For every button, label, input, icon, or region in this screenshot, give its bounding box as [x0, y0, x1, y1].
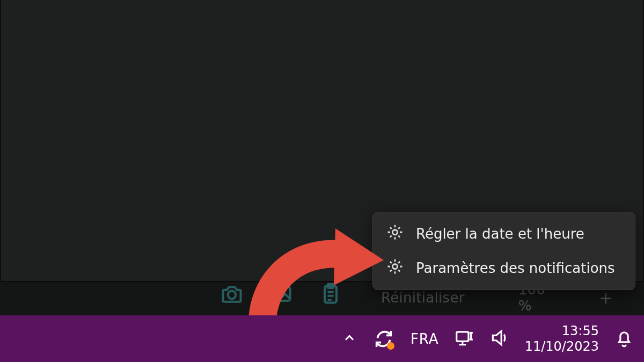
status-plus: + [599, 289, 612, 307]
volume-icon[interactable] [489, 328, 510, 350]
context-menu: Régler la date et l'heure Paramètres des… [372, 212, 635, 290]
input-language-indicator[interactable]: FRA [411, 331, 439, 347]
menu-item-label: Régler la date et l'heure [416, 226, 584, 242]
clipboard-icon[interactable] [319, 282, 342, 308]
sync-alert-dot-icon [387, 342, 394, 350]
svg-point-6 [392, 264, 397, 269]
sync-status-icon[interactable] [372, 327, 396, 351]
gear-icon [386, 257, 404, 279]
taskbar-datetime[interactable]: 13:55 11/10/2023 [525, 323, 599, 354]
gear-icon [386, 223, 404, 245]
menu-item-label: Paramètres des notifications [416, 260, 615, 276]
taskbar-time: 13:55 [525, 323, 599, 339]
camera-icon[interactable] [220, 282, 244, 308]
svg-point-5 [392, 230, 397, 234]
system-tray: FRA 13:55 11/10/2023 [342, 323, 634, 354]
svg-point-2 [276, 290, 280, 294]
svg-point-0 [228, 291, 236, 299]
svg-rect-7 [456, 331, 468, 341]
image-icon[interactable] [269, 282, 293, 308]
taskbar: FRA 13:55 11/10/2023 [0, 315, 644, 362]
taskbar-date: 11/10/2023 [525, 339, 599, 354]
status-reset-label: Réinitialiser [381, 290, 465, 306]
menu-item-adjust-datetime[interactable]: Régler la date et l'heure [376, 217, 632, 251]
menu-item-notification-settings[interactable]: Paramètres des notifications [376, 251, 632, 285]
notifications-bell-icon[interactable] [614, 328, 634, 350]
app-toolbar [220, 282, 342, 308]
tray-overflow-chevron-icon[interactable] [342, 330, 357, 348]
network-icon[interactable] [454, 328, 474, 350]
